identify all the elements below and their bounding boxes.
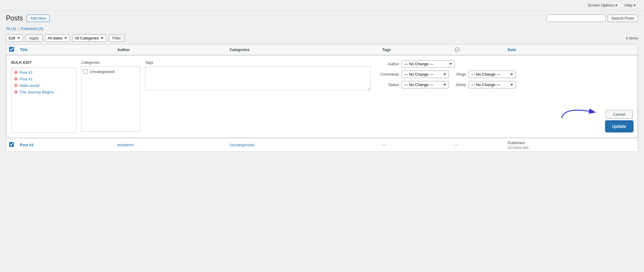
header-date[interactable]: Date — [505, 44, 638, 55]
post-row-comments-cell: — — [452, 138, 505, 152]
post2-category-link[interactable]: Uncategorized — [229, 143, 254, 147]
screen-options-label: Screen Options — [588, 3, 614, 7]
pings-select[interactable]: — No Change — — [468, 71, 516, 78]
bulk-action-select[interactable]: Edit — [6, 34, 23, 42]
search-input[interactable] — [547, 15, 606, 22]
bulk-edit-row: BULK EDIT ⊗ Post #2 ⊗ Post #1 — [6, 55, 638, 138]
posts-table: Title Author Categories Tags 💬 Date BULK… — [6, 44, 638, 152]
post-row-tags-cell: — — [379, 138, 452, 152]
author-select[interactable]: — No Change — — [402, 60, 455, 68]
category-item: Uncategorized — [83, 69, 138, 74]
bulk-edit-tags-section: Tags — [145, 60, 371, 133]
post2-date-relative: 16 hours ago — [508, 145, 635, 149]
bulk-edit-cell: BULK EDIT ⊗ Post #2 ⊗ Post #1 — [6, 55, 638, 138]
uncategorized-label: Uncategorized — [90, 69, 115, 74]
screen-options-chevron: ▾ — [615, 3, 617, 7]
categories-section-label: Categories — [81, 60, 140, 65]
remove-helloworld-icon[interactable]: ⊗ — [14, 83, 18, 88]
page-title: Posts — [6, 14, 23, 22]
remove-journey-icon[interactable]: ⊗ — [14, 90, 18, 94]
table-row: Post #2 testadmin Uncategorized — — Publ… — [6, 138, 638, 152]
help-button[interactable]: Help ▾ — [621, 2, 639, 9]
select-all-checkbox[interactable] — [9, 47, 14, 52]
list-item: ⊗ The Journey Begins — [13, 89, 75, 95]
published-link[interactable]: Published (4) — [20, 26, 43, 31]
header-comments[interactable]: 💬 — [452, 44, 505, 55]
bulk-edit-fields-section: Author — No Change — Comments — No Chang… — [375, 60, 601, 133]
journey-link[interactable]: The Journey Begins — [20, 90, 54, 94]
header-checkbox-col — [6, 44, 17, 55]
header-title[interactable]: Title — [17, 44, 114, 55]
post1-link[interactable]: Post #1 — [20, 77, 33, 81]
posts-list-box[interactable]: ⊗ Post #2 ⊗ Post #1 ⊗ Hello world! — [11, 68, 76, 133]
list-item: ⊗ Post #2 — [13, 69, 75, 76]
cancel-button[interactable]: Cancel — [606, 110, 633, 119]
tags-input[interactable] — [145, 66, 371, 90]
items-count: 4 items — [626, 36, 638, 40]
search-posts-button[interactable]: Search Posts — [608, 15, 638, 22]
sticky-field-label: Sticky — [451, 82, 466, 87]
helloworld-link[interactable]: Hello world! — [20, 83, 40, 88]
help-label: Help — [624, 3, 632, 7]
post2-link[interactable]: Post #2 — [20, 70, 33, 75]
bulk-edit-panel: BULK EDIT ⊗ Post #2 ⊗ Post #1 — [6, 55, 638, 138]
bulk-edit-label: BULK EDIT — [11, 60, 76, 65]
status-select[interactable]: — No Change — — [402, 81, 449, 88]
comments-pings-row: Comments — No Change — Pings — No Change… — [375, 71, 601, 78]
header-categories[interactable]: Categories — [227, 44, 379, 55]
sticky-select[interactable]: — No Change — — [468, 81, 516, 88]
main-content: Title Author Categories Tags 💬 Date BULK… — [0, 44, 644, 158]
post-row-date-cell: Published 16 hours ago — [505, 138, 638, 152]
separator: | — [18, 26, 19, 31]
table-header-row: Title Author Categories Tags 💬 Date — [6, 44, 638, 55]
dates-select[interactable]: All dates — [45, 34, 70, 42]
status-field-label: Status — [375, 82, 399, 87]
update-button[interactable]: Update — [606, 121, 633, 132]
header-author[interactable]: Author — [114, 44, 227, 55]
all-count: (4) — [11, 26, 16, 31]
published-label: Published — [20, 26, 37, 31]
post2-title-link[interactable]: Post #2 — [20, 143, 33, 147]
header-tags[interactable]: Tags — [379, 44, 452, 55]
bulk-edit-actions: Cancel — [606, 60, 633, 133]
remove-post1-icon[interactable]: ⊗ — [14, 77, 18, 81]
categories-select[interactable]: All Categories — [72, 34, 106, 42]
comments-icon: 💬 — [455, 47, 460, 52]
all-link[interactable]: All (4) — [6, 26, 16, 31]
screen-options-button[interactable]: Screen Options ▾ — [584, 2, 621, 9]
status-sticky-row: Status — No Change — Sticky — No Change … — [375, 81, 601, 88]
comments-field-label: Comments — [375, 72, 399, 77]
bulk-edit-categories-section: Categories Uncategorized — [81, 60, 140, 133]
search-area: Search Posts — [547, 15, 638, 22]
filter-left: Edit Apply All dates All Categories Filt… — [6, 34, 125, 42]
post2-date-published: Published — [508, 141, 635, 145]
update-arrow-container: Update — [606, 121, 633, 132]
post2-comments: — — [455, 143, 459, 147]
apply-button[interactable]: Apply — [25, 34, 43, 42]
remove-post2-icon[interactable]: ⊗ — [14, 70, 18, 75]
author-row: Author — No Change — — [375, 60, 601, 68]
post-row-categories-cell: Uncategorized — [227, 138, 379, 152]
help-chevron: ▾ — [634, 3, 636, 7]
post2-checkbox[interactable] — [9, 142, 14, 147]
tags-section-label: Tags — [145, 60, 371, 65]
filter-button[interactable]: Filter — [109, 34, 125, 42]
all-label: All — [6, 26, 10, 31]
list-item: ⊗ Post #1 — [13, 76, 75, 82]
post-row-checkbox-cell — [6, 138, 17, 152]
post-row-title-cell: Post #2 — [17, 138, 114, 152]
filter-bar: Edit Apply All dates All Categories Filt… — [0, 32, 644, 44]
categories-list[interactable]: Uncategorized — [81, 66, 140, 132]
author-field-label: Author — [375, 62, 399, 66]
list-item: ⊗ Hello world! — [13, 82, 75, 89]
add-new-button[interactable]: Add New — [27, 15, 50, 22]
bulk-edit-posts-section: BULK EDIT ⊗ Post #2 ⊗ Post #1 — [11, 60, 76, 133]
page-header: Posts Add New Search Posts — [0, 11, 644, 25]
published-count: (4) — [38, 26, 43, 31]
post-row-author-cell: testadmin — [114, 138, 227, 152]
comments-select[interactable]: — No Change — — [402, 71, 449, 78]
uncategorized-checkbox[interactable] — [83, 69, 88, 74]
top-bar: Screen Options ▾ Help ▾ — [0, 0, 644, 11]
post2-tags: — — [382, 143, 386, 147]
post2-author-link[interactable]: testadmin — [117, 143, 134, 147]
